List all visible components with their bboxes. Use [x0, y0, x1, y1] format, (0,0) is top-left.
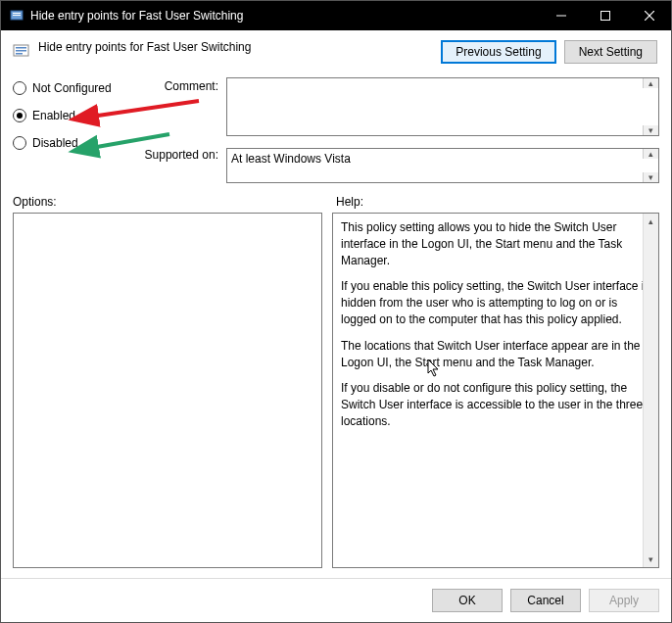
dialog-footer: OK Cancel Apply [1, 578, 671, 622]
help-label: Help: [336, 195, 363, 209]
radio-icon [13, 81, 26, 95]
scroll-down-icon[interactable]: ▾ [643, 172, 658, 182]
scrollbar[interactable]: ▴ ▾ [643, 214, 658, 567]
maximize-button[interactable] [583, 1, 627, 30]
svg-rect-10 [16, 53, 23, 55]
radio-enabled[interactable]: Enabled [13, 109, 160, 122]
next-setting-button[interactable]: Next Setting [564, 40, 657, 64]
scroll-down-icon[interactable]: ▾ [643, 125, 658, 135]
radio-not-configured[interactable]: Not Configured [13, 81, 160, 95]
previous-setting-button[interactable]: Previous Setting [441, 40, 555, 64]
radio-disabled[interactable]: Disabled [13, 136, 160, 150]
window-title: Hide entry points for Fast User Switchin… [30, 9, 243, 23]
cancel-button[interactable]: Cancel [510, 589, 581, 612]
close-button[interactable] [627, 1, 671, 30]
help-paragraph: If you enable this policy setting, the S… [341, 278, 650, 327]
radio-label: Not Configured [32, 81, 112, 95]
policy-title: Hide entry points for Fast User Switchin… [38, 40, 441, 54]
options-label: Options: [13, 195, 336, 209]
supported-on-box: At least Windows Vista ▴ ▾ [226, 148, 659, 183]
radio-icon [13, 109, 26, 122]
scroll-up-icon[interactable]: ▴ [643, 149, 658, 159]
policy-editor-window: Hide entry points for Fast User Switchin… [0, 0, 672, 623]
options-pane[interactable] [13, 213, 322, 568]
help-paragraph: If you disable or do not configure this … [341, 380, 650, 429]
cursor-icon [427, 359, 441, 378]
svg-rect-4 [600, 12, 609, 21]
svg-rect-9 [16, 50, 26, 52]
radio-icon [13, 136, 26, 150]
policy-header-icon [13, 42, 30, 60]
scroll-up-icon[interactable]: ▴ [643, 78, 658, 88]
help-paragraph: The locations that Switch User interface… [341, 338, 650, 371]
scroll-down-icon[interactable]: ▾ [644, 551, 658, 567]
comment-textarea[interactable]: ▴ ▾ [226, 77, 659, 136]
scroll-up-icon[interactable]: ▴ [644, 214, 658, 229]
svg-rect-1 [13, 13, 21, 14]
radio-label: Disabled [32, 136, 78, 150]
policy-icon [9, 8, 24, 24]
svg-rect-8 [16, 47, 26, 49]
titlebar[interactable]: Hide entry points for Fast User Switchin… [1, 1, 671, 30]
comment-label: Comment: [160, 79, 218, 93]
apply-button[interactable]: Apply [589, 589, 659, 612]
help-pane[interactable]: This policy setting allows you to hide t… [332, 213, 659, 568]
radio-label: Enabled [32, 109, 75, 122]
ok-button[interactable]: OK [432, 589, 503, 612]
svg-rect-2 [13, 15, 21, 16]
minimize-button[interactable] [539, 1, 583, 30]
help-paragraph: This policy setting allows you to hide t… [341, 219, 650, 268]
